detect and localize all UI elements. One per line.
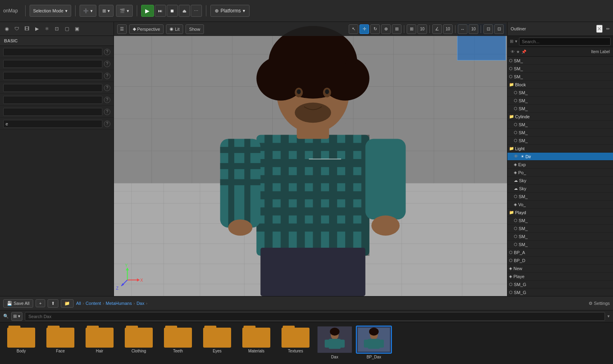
edit-icon[interactable]: ✏ <box>606 26 610 32</box>
help-icon-1[interactable]: ? <box>104 49 110 55</box>
import-button[interactable]: ⬆ <box>48 299 58 308</box>
grid-size-button[interactable]: 10 <box>417 24 427 34</box>
list-item[interactable]: ⬡ SM_ <box>507 137 613 145</box>
asset-item-selected[interactable]: BP_Dax <box>356 326 392 359</box>
list-item-folder[interactable]: 📁 Playd <box>507 209 613 217</box>
list-item[interactable]: ◈ New <box>507 265 613 273</box>
play-next-button[interactable]: ⏭ <box>155 5 166 17</box>
breadcrumb-metahumans[interactable]: MetaHumans <box>106 301 132 306</box>
list-item-selected[interactable]: 👁 ☀ Dir <box>507 153 613 161</box>
play-small-btn[interactable]: ▶ <box>32 24 41 33</box>
folder-item[interactable]: Hair <box>82 326 118 353</box>
stop-button[interactable]: ⏹ <box>167 5 178 17</box>
list-item[interactable]: ⬡ SM_ <box>507 225 613 233</box>
eject-button[interactable]: ⏏ <box>179 5 190 17</box>
list-item[interactable]: ⬡ SM_ <box>507 89 613 97</box>
list-item[interactable]: ☁ Sky <box>507 177 613 185</box>
folder-item[interactable]: Clothing <box>121 326 157 353</box>
search-dropdown-icon[interactable]: ▾ <box>607 314 610 319</box>
panel-input-5[interactable] <box>3 96 102 104</box>
list-item[interactable]: ⬡ SM_ <box>507 73 613 81</box>
add-content-button[interactable]: + <box>36 299 45 307</box>
breadcrumb-content[interactable]: Content <box>86 301 101 306</box>
play-button[interactable]: ▶ <box>141 5 154 17</box>
list-item[interactable]: ⬡ SM_ <box>507 97 613 105</box>
lit-button[interactable]: ◉ Lit <box>166 24 183 34</box>
help-icon-2[interactable]: ? <box>104 61 110 67</box>
list-item[interactable]: ◈ Exp <box>507 161 613 169</box>
grid-toggle-button[interactable]: ⊞ <box>407 24 416 34</box>
layout-button[interactable]: ⊞ ▾ <box>99 5 114 17</box>
square-icon-btn[interactable]: ▢ <box>62 24 71 33</box>
transform-tool-button[interactable]: ⊞ <box>392 24 401 34</box>
panel-input-2[interactable] <box>3 60 102 68</box>
list-item[interactable]: ⬡ SM_ <box>507 121 613 129</box>
select-tool-button[interactable]: ↖ <box>349 24 358 34</box>
asset-thumbnail-selected[interactable] <box>356 326 392 354</box>
list-item[interactable]: ⬡ SM_G <box>507 288 613 296</box>
folder-item[interactable]: Face <box>42 326 78 353</box>
folder-item[interactable]: Body <box>3 326 39 353</box>
save-all-button[interactable]: 💾 Save All <box>3 299 33 308</box>
list-item[interactable]: ⬡ BP_A <box>507 249 613 257</box>
panel-input-3[interactable] <box>3 72 102 80</box>
show-button[interactable]: Show <box>186 24 204 34</box>
list-item[interactable]: ⬡ SM_ <box>507 233 613 241</box>
filter-sort-button[interactable]: ⊞ ▾ <box>11 312 22 321</box>
help-icon-7[interactable]: ? <box>104 121 110 127</box>
folder-item[interactable]: Textures <box>278 326 313 353</box>
selection-mode-button[interactable]: Selection Mode ▾ <box>30 5 71 17</box>
list-item[interactable]: ☁ Sky <box>507 185 613 193</box>
list-item[interactable]: ◈ Vo_ <box>507 201 613 209</box>
cinematics-button[interactable]: 🎬 ▾ <box>116 5 133 17</box>
panel-input-7[interactable] <box>3 120 102 128</box>
search-input[interactable] <box>25 312 605 321</box>
add-actor-button[interactable]: ➕ ▾ <box>80 5 96 17</box>
asset-item[interactable]: Dax <box>317 326 353 359</box>
maximize-button[interactable]: ⊡ <box>494 24 504 34</box>
move-tool-button[interactable]: ✛ <box>359 24 369 34</box>
layers-icon-btn[interactable]: ⊡ <box>52 24 61 33</box>
folder-item[interactable]: Materials <box>238 326 274 353</box>
list-item[interactable]: ⬡ BP_D <box>507 257 613 265</box>
list-item[interactable]: ⬡ SM_ <box>507 129 613 137</box>
breadcrumb-dax[interactable]: Dax <box>136 301 144 306</box>
camera-options-button[interactable]: ⊡ <box>483 24 493 34</box>
rotate-tool-button[interactable]: ↻ <box>370 24 380 34</box>
panel-input-4[interactable] <box>3 84 102 92</box>
angle-value-button[interactable]: 10 <box>443 24 453 34</box>
list-item[interactable]: ⬡ SM_G <box>507 280 613 288</box>
scale-num-button[interactable]: 10 <box>469 24 478 34</box>
more-options-button[interactable]: ⋯ <box>191 5 202 17</box>
breadcrumb-all[interactable]: All <box>76 301 81 306</box>
folder-item[interactable]: Eyes <box>199 326 235 353</box>
folder-button[interactable]: 📁 <box>61 299 74 308</box>
help-icon-5[interactable]: ? <box>104 97 110 103</box>
help-icon-4[interactable]: ? <box>104 85 110 91</box>
cube-icon-btn[interactable]: ◉ <box>2 24 11 33</box>
list-item-folder[interactable]: 📁 Cylinde <box>507 113 613 121</box>
folder-item[interactable]: Teeth <box>160 326 196 353</box>
list-item[interactable]: ⬡ SM_ <box>507 65 613 73</box>
film-icon-btn[interactable]: 🎞 <box>22 24 31 33</box>
perspective-button[interactable]: ◆ Perspective <box>129 24 164 34</box>
list-item[interactable]: ◈ Po_ <box>507 169 613 177</box>
hamburger-menu-button[interactable]: ☰ <box>117 24 127 34</box>
shield-icon-btn[interactable]: 🛡 <box>12 24 21 33</box>
panel-input-6[interactable] <box>3 108 102 116</box>
scale-tool-button[interactable]: ⊕ <box>381 24 391 34</box>
list-item-folder[interactable]: 📁 Block <box>507 81 613 89</box>
list-item[interactable]: ◈ Playe <box>507 273 613 280</box>
box-icon-btn[interactable]: ▣ <box>72 24 81 33</box>
help-icon-6[interactable]: ? <box>104 109 110 115</box>
outliner-search-input[interactable] <box>519 38 611 46</box>
list-item-folder[interactable]: 📁 Light <box>507 145 613 153</box>
help-icon-3[interactable]: ? <box>104 73 110 79</box>
settings-button[interactable]: ⚙ Settings <box>589 301 610 306</box>
list-item[interactable]: ⬡ SM_ <box>507 241 613 249</box>
asset-thumbnail[interactable] <box>317 326 353 354</box>
scale-value-button[interactable]: ↔ <box>458 24 467 34</box>
list-item[interactable]: ⬡ SM_ <box>507 217 613 225</box>
list-item[interactable]: ⬡ SM_ <box>507 105 613 113</box>
platforms-button[interactable]: ⊕ Platforms ▾ <box>210 5 250 17</box>
